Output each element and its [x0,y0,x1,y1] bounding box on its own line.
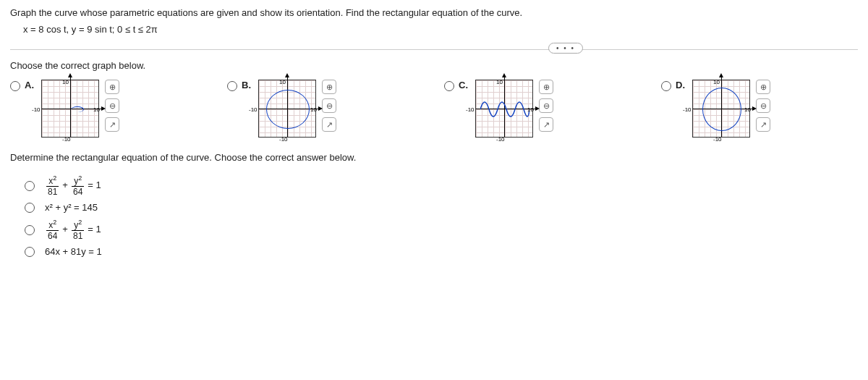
eq3-rhs: = 1 [88,224,101,235]
tick-right: 10 [93,106,100,113]
tick-right: 10 [744,106,751,113]
graph-b: 10 -10 10 -10 [258,80,316,138]
eq3-frac1: x2 64 [46,217,59,241]
eq4-text: 64x + 81y = 1 [45,246,102,257]
eq-option-4: 64x + 81y = 1 [10,245,858,257]
eq1-rhs: = 1 [88,180,101,190]
eq-option-2: x² + y² = 145 [10,201,858,213]
radio-eq4[interactable] [25,247,35,257]
eq2-text: x² + y² = 145 [45,202,98,213]
zoom-out-icon[interactable]: ⊖ [322,98,336,113]
eq1-frac1: x2 81 [46,173,59,197]
tick-bot: -10 [713,136,722,143]
tick-left: -10 [32,106,41,113]
sine-curve [480,95,529,124]
tick-bot: -10 [496,136,505,143]
popout-icon[interactable]: ↗ [539,117,553,132]
zoom-in-icon[interactable]: ⊕ [322,80,336,94]
option-a: A. 10 -10 10 -10 ⊕ ⊖ ↗ [10,80,227,138]
section-divider: • • • [10,49,858,50]
tick-bot: -10 [62,136,71,143]
tick-top: 10 [713,79,720,85]
option-d-label: D. [676,80,685,90]
graph-prompt: Choose the correct graph below. [10,60,858,71]
radio-eq2[interactable] [25,203,35,213]
zoom-out-icon[interactable]: ⊖ [105,98,119,113]
radio-c[interactable] [444,81,454,91]
tick-left: -10 [249,106,258,113]
zoom-in-icon[interactable]: ⊕ [756,80,770,94]
option-b: B. 10 -10 10 -10 ⊕ ⊖ ↗ [227,80,444,138]
eq1-plus: + [62,180,68,190]
tick-bot: -10 [279,136,288,143]
radio-a[interactable] [10,81,20,91]
tick-top: 10 [62,79,69,85]
option-c-label: C. [459,80,468,90]
option-a-label: A. [25,80,34,90]
zoom-out-icon[interactable]: ⊖ [539,98,553,113]
zoom-in-icon[interactable]: ⊕ [105,80,119,94]
radio-eq3[interactable] [25,225,35,235]
radio-d[interactable] [661,81,671,91]
graph-d-tools: ⊕ ⊖ ↗ [756,80,770,132]
tick-top: 10 [279,79,286,85]
graph-d: 10 -10 10 -10 [692,80,750,138]
eq-option-3: x2 64 + y2 81 = 1 [10,217,858,241]
graph-a-tools: ⊕ ⊖ ↗ [105,80,119,132]
tick-right: 10 [310,106,317,113]
zoom-in-icon[interactable]: ⊕ [539,80,553,94]
tick-left: -10 [466,106,475,113]
radio-eq1[interactable] [25,181,35,191]
tick-left: -10 [683,106,692,113]
popout-icon[interactable]: ↗ [105,117,119,132]
graph-b-tools: ⊕ ⊖ ↗ [322,80,336,132]
radio-b[interactable] [227,81,237,91]
eq1-frac2: y2 64 [72,173,84,197]
tick-top: 10 [496,79,503,85]
eq3-frac2: y2 81 [72,217,84,241]
eq-option-1: x2 81 + y2 64 = 1 [10,173,858,197]
question-text: Graph the curve whose parametric equatio… [10,7,858,18]
parametric-equation: x = 8 cos t, y = 9 sin t; 0 ≤ t ≤ 2π [10,24,858,35]
option-c: C. 10 -10 10 -10 ⊕ ⊖ ↗ [444,80,661,138]
graph-c: 10 -10 10 -10 [475,80,533,138]
tick-right: 10 [527,106,534,113]
graph-a: 10 -10 10 -10 [41,80,99,138]
zoom-out-icon[interactable]: ⊖ [756,98,770,113]
option-b-label: B. [242,80,251,90]
graph-c-tools: ⊕ ⊖ ↗ [539,80,553,132]
popout-icon[interactable]: ↗ [322,117,336,132]
graph-options-row: A. 10 -10 10 -10 ⊕ ⊖ ↗ B. [10,80,858,138]
ellipsis-badge[interactable]: • • • [548,43,583,54]
popout-icon[interactable]: ↗ [756,117,770,132]
option-d: D. 10 -10 10 -10 ⊕ ⊖ ↗ [661,80,868,138]
equation-prompt: Determine the rectangular equation of th… [10,152,858,163]
eq3-plus: + [62,224,68,235]
